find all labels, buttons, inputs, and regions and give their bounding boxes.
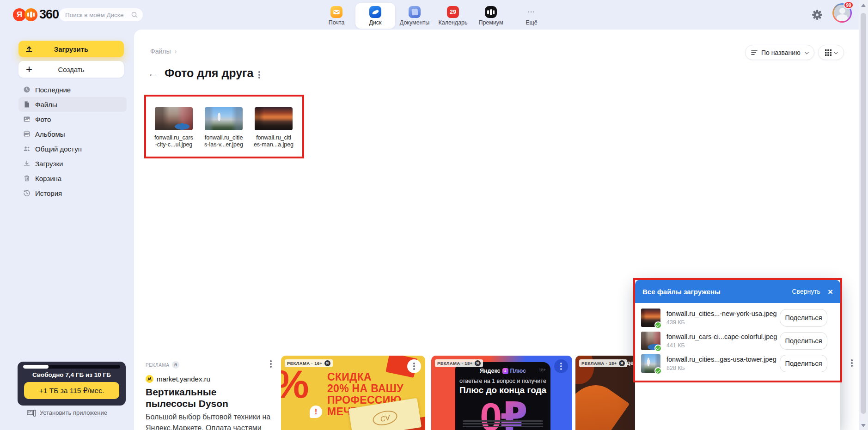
- kebab-icon[interactable]: [851, 362, 853, 364]
- app-documents[interactable]: Документы: [395, 3, 434, 29]
- upload-panel-header: Все файлы загружены Свернуть ×: [635, 280, 840, 303]
- sidebar-nav: Последние Файлы Фото Альбомы Общий досту…: [0, 82, 134, 200]
- file-item[interactable]: fonwall.ru_cities-las-v...er.jpeg: [199, 107, 248, 148]
- ad-title: Вертикальные пылесосы Dyson: [146, 386, 269, 409]
- calendar-app-icon: 29: [447, 6, 459, 18]
- breadcrumb-files[interactable]: Файлы: [150, 48, 171, 55]
- sidebar-item-recent[interactable]: Последние: [18, 82, 127, 97]
- view-mode-button[interactable]: [818, 45, 844, 60]
- back-button[interactable]: ←: [148, 68, 158, 79]
- folder-menu-button[interactable]: [255, 70, 263, 79]
- sidebar-item-photos[interactable]: Фото: [18, 112, 127, 127]
- ad-domain: market.yandex.ru: [157, 375, 210, 383]
- page-title: Фото для друга: [165, 67, 253, 80]
- close-icon[interactable]: ×: [828, 287, 833, 296]
- app-label: Ещё: [512, 19, 551, 26]
- ad-label: РЕКЛАМА: [146, 363, 170, 368]
- create-button[interactable]: Создать: [18, 61, 124, 78]
- uploaded-file-row: fonwall.ru_cities...-new-york-usa.jpeg 4…: [635, 307, 840, 330]
- plus-brand: Плюс: [510, 368, 526, 374]
- kebab-icon: [270, 363, 272, 365]
- app-label: Диск: [355, 19, 395, 26]
- ad-label: РЕКЛАМА · 18+ Я: [435, 359, 483, 367]
- avatar[interactable]: 99: [832, 3, 852, 23]
- uploaded-file-name: fonwall.ru_cars-ci...cape-colorful.jpeg: [666, 333, 777, 340]
- ad-label: РЕКЛАМА · 16+ Я: [285, 359, 333, 367]
- ad-menu-button[interactable]: [267, 359, 275, 369]
- sidebar-item-label: Корзина: [35, 175, 61, 182]
- settings-button[interactable]: [812, 9, 823, 20]
- scrollbar-thumb[interactable]: [861, 13, 866, 414]
- file-thumbnail: [155, 107, 193, 130]
- app-switcher: Почта Диск Документы 29 Календарь Премиу…: [0, 0, 868, 30]
- app-premium[interactable]: Премиум: [471, 3, 511, 29]
- exclaim-bubble: !: [310, 406, 322, 418]
- history-icon: [23, 189, 31, 197]
- sidebar-item-shared[interactable]: Общий доступ: [18, 141, 127, 156]
- yandex-brand: Яндекс: [480, 368, 500, 374]
- create-button-label: Создать: [33, 66, 109, 73]
- app-mail[interactable]: Почта: [317, 3, 356, 29]
- ad-plus[interactable]: Яндекс + Плюс 18+ ответьте на 1 вопрос и…: [431, 356, 572, 430]
- sidebar-item-downloads[interactable]: Загрузки: [18, 156, 127, 171]
- app-disk[interactable]: Диск: [355, 3, 395, 29]
- premium-app-icon: [485, 6, 497, 18]
- share-button[interactable]: Поделиться: [780, 355, 827, 372]
- topbar: Я 360 Почта Диск Документы 29 Календарь: [0, 0, 868, 30]
- share-button[interactable]: Поделиться: [780, 332, 827, 350]
- sidebar-item-albums[interactable]: Альбомы: [18, 127, 127, 141]
- uploaded-file-row: fonwall.ru_cities...gas-usa-tower.jpeg 8…: [635, 352, 840, 375]
- disk-app-icon: [369, 6, 381, 18]
- sidebar-item-history[interactable]: История: [18, 186, 127, 200]
- plus-icon: +: [502, 368, 508, 374]
- file-thumbnail: [255, 107, 293, 130]
- sort-button[interactable]: По названию: [745, 45, 814, 60]
- ad-market[interactable]: РЕКЛАМА Я market.yandex.ru Вертикальные …: [146, 356, 277, 430]
- ad-discount[interactable]: % СКИДКА 20% НА ВАШУ ПРОФЕССИЮ МЕЧТЫ CV …: [281, 356, 425, 430]
- install-app-label: Установить приложение: [40, 409, 107, 417]
- check-icon: [654, 321, 662, 329]
- ad-menu-button[interactable]: [554, 359, 568, 373]
- upload-button-label: Загрузить: [33, 45, 109, 53]
- sidebar-item-files[interactable]: Файлы: [18, 97, 127, 112]
- photo-icon: [23, 115, 31, 123]
- uploaded-file-row: fonwall.ru_cars-ci...cape-colorful.jpeg …: [635, 330, 840, 353]
- documents-app-icon: [409, 6, 421, 18]
- uploaded-file-name: fonwall.ru_cities...-new-york-usa.jpeg: [666, 310, 777, 317]
- sidebar-item-label: Фото: [35, 115, 51, 123]
- upload-icon: [25, 45, 33, 53]
- scroll-down-arrow[interactable]: [861, 424, 866, 427]
- scroll-up-arrow[interactable]: [861, 4, 866, 7]
- trash-icon: [23, 175, 31, 182]
- storage-progress-fill: [23, 365, 49, 369]
- app-more[interactable]: Ещё: [512, 3, 551, 29]
- chevron-down-icon: [805, 49, 809, 54]
- file-name: fonwall.ru_cities-las-v...er.jpeg: [199, 134, 248, 148]
- check-icon: [654, 345, 662, 352]
- ad-menu-button[interactable]: [407, 359, 421, 373]
- install-app-link[interactable]: Установить приложение: [0, 409, 134, 417]
- breadcrumb-separator: ›: [174, 47, 177, 55]
- yandex-ads-icon: Я: [324, 360, 330, 366]
- clock-icon: [23, 86, 31, 93]
- share-button[interactable]: Поделиться: [780, 309, 827, 327]
- uploaded-file-size: 828 КБ: [666, 365, 685, 371]
- more-app-icon: [526, 6, 538, 18]
- app-label: Документы: [395, 19, 434, 26]
- storage-free-label: Свободно 7,4 ГБ из 10 ГБ: [18, 371, 126, 378]
- app-calendar[interactable]: 29 Календарь: [433, 3, 473, 29]
- yandex-ads-icon: Я: [172, 361, 179, 369]
- sidebar-item-label: Общий доступ: [35, 145, 82, 153]
- sidebar-item-label: Файлы: [35, 101, 57, 109]
- page-scrollbar: [859, 0, 868, 430]
- file-name: fonwall.ru_cars-city-c...ul.jpeg: [149, 134, 198, 148]
- upload-button[interactable]: Загрузить: [18, 41, 124, 57]
- yandex-ads-icon: Я: [619, 360, 625, 366]
- plus-card: Яндекс + Плюс 18+ ответьте на 1 вопрос и…: [455, 362, 550, 430]
- sidebar-item-trash[interactable]: Корзина: [18, 171, 127, 186]
- file-item[interactable]: fonwall.ru_cars-city-c...ul.jpeg: [149, 107, 198, 148]
- file-item[interactable]: fonwall.ru_cities-man...a.jpeg: [249, 107, 298, 148]
- buy-storage-button[interactable]: +1 ТБ за 115 ₽/мес.: [24, 382, 119, 399]
- uploaded-file-name: fonwall.ru_cities...gas-usa-tower.jpeg: [666, 356, 776, 363]
- collapse-button[interactable]: Свернуть: [792, 288, 820, 295]
